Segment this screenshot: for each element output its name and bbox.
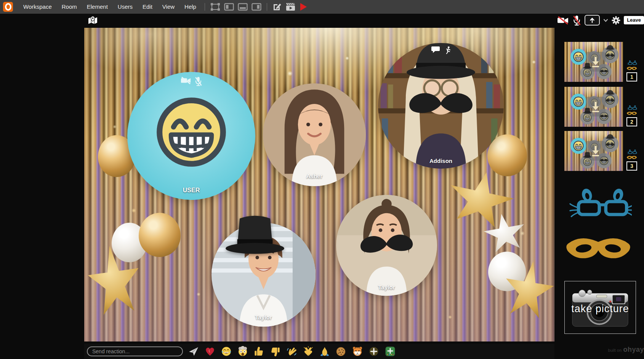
menu-bar: Workspace Room Element Users Edit View H… [0, 0, 644, 14]
snapshot-props: 1 [625, 60, 638, 81]
snapshot-number: 2 [626, 117, 637, 126]
camera-off-icon [181, 77, 191, 85]
tiger-face-emoji[interactable] [351, 346, 363, 357]
menu-edit[interactable]: Edit [138, 0, 157, 14]
camera-off-icon[interactable] [557, 16, 569, 25]
participant-name: Asher [263, 173, 366, 179]
panel-right-icon[interactable] [250, 0, 263, 14]
snapshot-row-1[interactable]: 1 [564, 42, 639, 82]
scenes-icon[interactable] [284, 0, 298, 14]
mic-off-icon [194, 77, 202, 86]
asher-video [263, 83, 366, 186]
participant-addison[interactable]: Addison [378, 43, 504, 169]
add-emoji-button[interactable] [384, 346, 396, 357]
participant-taylor-2[interactable]: Taylor [336, 195, 437, 296]
menu-workspace[interactable]: Workspace [18, 0, 57, 14]
thumbs-up-emoji[interactable] [253, 346, 265, 357]
snapshot-number: 1 [626, 72, 637, 81]
thumbs-down-emoji[interactable] [269, 346, 281, 357]
gold-balloon [487, 134, 527, 176]
participant-name: USER [127, 187, 255, 194]
masquerade-mask-icon [626, 155, 637, 160]
participant-name: Addison [378, 158, 504, 164]
room-stage: USER Asher [84, 28, 554, 341]
mic-off-icon[interactable] [572, 15, 581, 26]
divider [205, 3, 205, 11]
bunny-glasses-prop[interactable] [566, 186, 632, 224]
runner-icon [444, 46, 451, 54]
clapping-hands-emoji[interactable] [302, 346, 314, 357]
snapshot-thumbnail[interactable] [564, 131, 623, 171]
chat-bubble-icon [431, 46, 441, 54]
ohyay-logo-icon[interactable] [3, 2, 13, 12]
leave-button[interactable]: Leave [624, 16, 644, 24]
masquerade-mask-icon [626, 66, 637, 71]
snapshot-props: 2 [625, 105, 638, 126]
share-screen-button[interactable] [585, 15, 600, 26]
menu-help[interactable]: Help [179, 0, 201, 14]
top-hat-prop[interactable] [221, 212, 288, 255]
bunny-glasses-icon [626, 105, 637, 111]
taylor-video [336, 195, 437, 296]
send-reaction-input[interactable] [87, 346, 183, 356]
panel-bottom-icon[interactable] [236, 0, 250, 14]
folded-hands-emoji[interactable] [319, 346, 330, 357]
participant-name: Taylor [211, 314, 316, 321]
menu-view[interactable]: View [157, 0, 179, 14]
laughing-emoji[interactable] [220, 346, 232, 357]
take-picture-label: take picture [571, 303, 629, 315]
participant-name: Taylor [336, 284, 437, 290]
cookie-emoji[interactable] [335, 346, 347, 357]
map-icon[interactable] [88, 16, 98, 26]
exploding-head-emoji[interactable] [237, 346, 248, 357]
menu-users[interactable]: Users [113, 0, 138, 14]
built-on-ohyay: built on ohyay [608, 346, 644, 354]
settings-gear-icon[interactable] [612, 16, 620, 25]
call-controls: Leave [557, 15, 644, 26]
reaction-bar [84, 344, 554, 359]
masquerade-mask-icon [626, 111, 637, 116]
bunny-glasses-icon [626, 60, 637, 66]
snapshot-thumbnail[interactable] [564, 42, 623, 82]
snapshot-number: 3 [626, 161, 637, 171]
snapshot-props: 3 [625, 149, 638, 171]
transform-icon[interactable] [208, 0, 222, 14]
gold-balloon [139, 213, 181, 257]
chevron-down-icon[interactable] [603, 19, 608, 22]
addison-video [378, 43, 504, 169]
snapshot-thumbnail[interactable] [564, 87, 623, 127]
panel-left-icon[interactable] [222, 0, 236, 14]
snapshot-row-2[interactable]: 2 [564, 87, 639, 127]
send-reaction-icon[interactable] [187, 346, 199, 357]
masquerade-mask-prop[interactable] [564, 233, 632, 263]
record-icon[interactable] [298, 0, 309, 14]
menu-element[interactable]: Element [82, 0, 113, 14]
heart-icon[interactable] [204, 346, 216, 357]
grin-emoji-avatar [153, 94, 229, 170]
compose-icon[interactable] [271, 0, 284, 14]
divider [267, 3, 267, 11]
take-picture-button[interactable]: take picture [564, 281, 636, 334]
bunny-glasses-icon [626, 149, 637, 155]
add-reaction-button[interactable] [368, 346, 380, 357]
participant-asher[interactable]: Asher [263, 83, 366, 186]
menu-room[interactable]: Room [57, 0, 82, 14]
participant-user[interactable]: USER [127, 72, 255, 200]
waving-hand-emoji[interactable] [286, 346, 298, 357]
snapshot-row-3[interactable]: 3 [564, 131, 639, 171]
